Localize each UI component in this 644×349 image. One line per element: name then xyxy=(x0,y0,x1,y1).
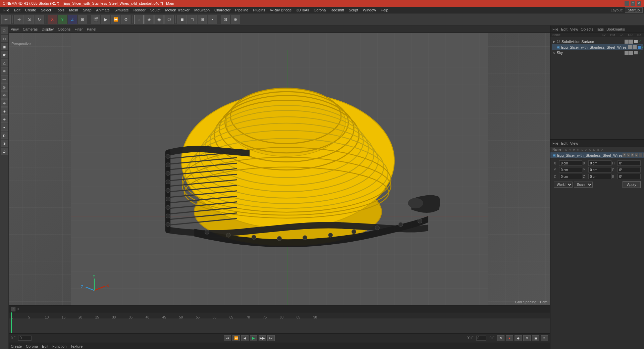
loop-btn[interactable]: ↻ xyxy=(497,335,504,341)
attr-menu-file[interactable]: File xyxy=(552,141,558,145)
left-tool-brush[interactable]: ● xyxy=(1,123,8,131)
play-next[interactable]: ▶▶ xyxy=(259,335,266,341)
left-tool-smear[interactable]: ◑ xyxy=(1,140,8,147)
maximize-button[interactable]: □ xyxy=(631,1,635,6)
object-mode[interactable]: ○ xyxy=(134,15,144,24)
motion-clip[interactable]: ▣ xyxy=(532,335,539,341)
menu-snap[interactable]: Snap xyxy=(81,8,94,12)
menu-mograph[interactable]: MoGraph xyxy=(192,8,212,12)
z-axis[interactable]: Z xyxy=(68,15,77,24)
y-rot-input[interactable] xyxy=(588,167,611,172)
viewport-menu-display[interactable]: Display xyxy=(42,27,54,31)
x-pos-input[interactable] xyxy=(559,160,582,166)
menu-animate[interactable]: Animate xyxy=(94,8,112,12)
p-input[interactable] xyxy=(618,167,641,172)
visibility-render[interactable] xyxy=(629,40,633,44)
attr-menu-edit[interactable]: Edit xyxy=(561,141,568,145)
object-item-sky[interactable]: ○ Sky ✓ xyxy=(552,50,643,55)
left-tool-texture[interactable]: ⊚ xyxy=(1,91,8,99)
snap-settings[interactable]: ⊕ xyxy=(231,15,240,24)
play-prev-key[interactable]: ⏪ xyxy=(232,335,240,341)
mat-menu-corona[interactable]: Corona xyxy=(26,344,38,348)
move-tool[interactable]: ✛ xyxy=(14,15,24,24)
point-mode[interactable]: ⬡ xyxy=(164,15,174,24)
play-button[interactable]: ▶ xyxy=(250,335,257,341)
render-settings[interactable]: ⚙ xyxy=(121,15,130,24)
flag-s[interactable]: S xyxy=(623,153,626,157)
menu-create[interactable]: Create xyxy=(23,8,38,12)
key-btn[interactable]: ◆ xyxy=(515,335,522,341)
left-tool-track[interactable]: ◈ xyxy=(1,107,8,115)
x-axis[interactable]: X xyxy=(48,15,57,24)
viewport-menu-filter[interactable]: Filter xyxy=(74,27,83,31)
menu-render[interactable]: Render xyxy=(131,8,148,12)
z-rot-input[interactable] xyxy=(588,174,611,179)
menu-select[interactable]: Select xyxy=(39,8,53,12)
left-tool-flatten[interactable]: ◒ xyxy=(1,148,8,155)
viewport[interactable]: View Cameras Display Options Filter Pane… xyxy=(9,26,550,305)
visibility-render-egg[interactable] xyxy=(633,45,637,49)
menu-corona[interactable]: Corona xyxy=(312,8,328,12)
menu-pipeline[interactable]: Pipeline xyxy=(233,8,250,12)
mat-menu-edit[interactable]: Edit xyxy=(42,344,48,348)
object-item-egg-slicer[interactable]: ▣ Egg_Slicer_with_Stainless_Steel_Wires … xyxy=(552,44,643,50)
play-prev[interactable]: ◀ xyxy=(241,335,249,341)
flag-r[interactable]: R xyxy=(631,153,634,157)
panel-menu-edit[interactable]: Edit xyxy=(561,27,568,31)
left-tool-spline[interactable]: ⬟ xyxy=(1,51,8,58)
visibility-editor-sky[interactable] xyxy=(625,51,629,55)
menu-script[interactable]: Script xyxy=(347,8,360,12)
scale-tool[interactable]: ⇲ xyxy=(24,15,34,24)
y-pos-input[interactable] xyxy=(559,167,582,172)
object-item-subdivision[interactable]: ▶ ⬡ Subdivision Surface ✓ xyxy=(552,39,643,44)
flag-v[interactable]: V xyxy=(627,153,630,157)
viewport-menu-panel[interactable]: Panel xyxy=(87,27,96,31)
menu-mesh[interactable]: Mesh xyxy=(67,8,80,12)
menu-edit[interactable]: Edit xyxy=(12,8,22,12)
menu-redshift[interactable]: Redshift xyxy=(328,8,346,12)
menu-help[interactable]: Help xyxy=(379,8,390,12)
panel-menu-bookmarks[interactable]: Bookmarks xyxy=(606,27,625,31)
play-end[interactable]: ⏭ xyxy=(267,335,275,341)
left-tool-constraint[interactable]: ◎ xyxy=(1,83,8,91)
flag-l[interactable]: L xyxy=(639,153,642,157)
x-rot-input[interactable] xyxy=(588,160,611,166)
snap-toggle[interactable]: ⊡ xyxy=(221,15,230,24)
record-btn[interactable]: ● xyxy=(506,335,513,341)
visibility-editor[interactable] xyxy=(625,40,629,44)
left-tool-poly[interactable]: ▣ xyxy=(1,43,8,50)
flag-m[interactable]: M xyxy=(635,153,638,157)
mat-menu-create[interactable]: Create xyxy=(11,344,22,348)
left-tool-deform[interactable]: △ xyxy=(1,59,8,66)
end-frame-input[interactable] xyxy=(476,336,486,341)
left-tool-camera[interactable]: — xyxy=(1,75,8,83)
menu-motion-tracker[interactable]: Motion Tracker xyxy=(163,8,192,12)
frame-input[interactable] xyxy=(18,336,32,341)
left-tool-paint[interactable]: ◻ xyxy=(1,35,8,42)
menu-vray[interactable]: V-Ray Bridge xyxy=(268,8,294,12)
panel-menu-objects[interactable]: Objects xyxy=(581,27,593,31)
mat-menu-texture[interactable]: Texture xyxy=(70,344,83,348)
attr-menu-view[interactable]: View xyxy=(570,141,578,145)
viewport-menu-view[interactable]: View xyxy=(11,27,19,31)
tl-expand[interactable]: + xyxy=(11,307,15,311)
viewport-canvas[interactable]: Perspective xyxy=(9,33,550,305)
play-start[interactable]: ⏮ xyxy=(224,335,231,341)
menu-character[interactable]: Character xyxy=(212,8,232,12)
left-tool-select[interactable]: ⬡ xyxy=(1,27,8,34)
flag-a[interactable]: A xyxy=(643,153,644,157)
visibility-editor-egg[interactable] xyxy=(628,45,632,49)
layout-selector[interactable]: Startup xyxy=(625,7,643,13)
auto-key[interactable]: ⊚ xyxy=(523,335,531,341)
all-axes[interactable]: ⊞ xyxy=(78,15,87,24)
menu-file[interactable]: File xyxy=(1,8,11,12)
render-all[interactable]: ⏩ xyxy=(111,15,120,24)
display-isoline[interactable]: ⊞ xyxy=(198,15,207,24)
left-tool-fill[interactable]: ◐ xyxy=(1,132,8,139)
panel-menu-view-obj[interactable]: View xyxy=(570,27,578,31)
viewport-menu-options[interactable]: Options xyxy=(58,27,70,31)
h-input[interactable] xyxy=(618,160,641,166)
render-preview[interactable]: 🎬 xyxy=(91,15,100,24)
display-box[interactable]: ▪ xyxy=(208,15,217,24)
timeline-track[interactable] xyxy=(9,318,550,333)
